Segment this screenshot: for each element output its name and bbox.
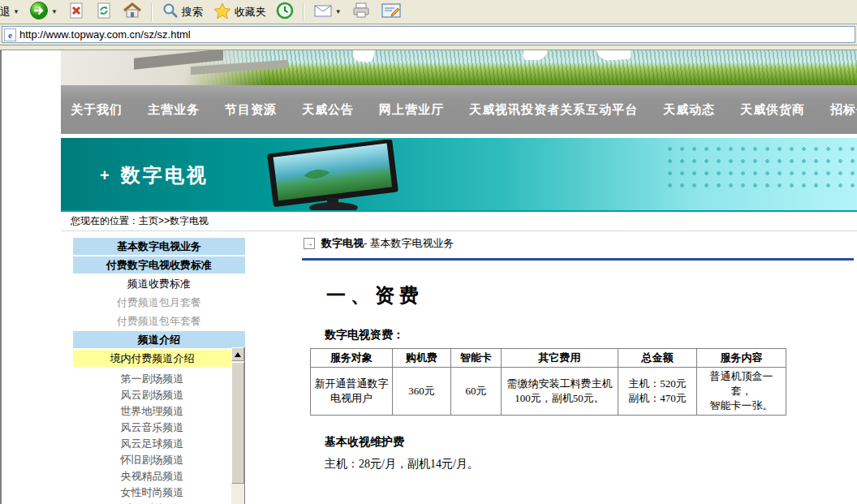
section-divider [302, 258, 854, 261]
toolbar-separator [151, 3, 153, 21]
cell-smart-card: 60元 [451, 368, 502, 416]
channel-item[interactable]: 央视精品频道 [73, 468, 231, 485]
star-icon [213, 2, 232, 22]
sidebar-item-channel-intro[interactable]: 频道介绍 [73, 331, 245, 348]
banner-dot-pattern [664, 143, 857, 192]
site-container: 关于我们 主营业务 节目资源 天威公告 网上营业厅 天威视讯投资者关系互动平台 … [61, 50, 857, 504]
search-button[interactable]: 搜索 [158, 2, 206, 23]
back-dropdown-caret[interactable]: ▼ [13, 8, 19, 15]
edit-button[interactable] [377, 2, 405, 23]
nav-item-suppliers[interactable]: 天威供货商 [740, 102, 805, 118]
sidebar-item-channel-rates[interactable]: 频道收费标准 [73, 275, 245, 292]
mail-dropdown-caret[interactable]: ▼ [335, 8, 342, 15]
heading-fees: 一、资费 [326, 282, 857, 308]
channel-item[interactable]: 风云音乐频道 [73, 420, 231, 436]
breadcrumb: 您现在的位置：主页>>数字电视 [61, 212, 857, 231]
channel-item[interactable]: 女性时尚频道 [73, 485, 231, 501]
nav-item-online-hall[interactable]: 网上营业厅 [379, 102, 444, 118]
sidebar-item-yearly-package[interactable]: 付费频道包年套餐 [73, 312, 245, 330]
nav-item-programs[interactable]: 节目资源 [225, 102, 277, 118]
logo-fragment [523, 50, 548, 60]
printer-icon [351, 2, 371, 22]
sidebar-item-domestic-paid-channels[interactable]: 境内付费频道介绍 [73, 350, 231, 367]
sidebar-item-paid-dtv-rates[interactable]: 付费数字电视收费标准 [73, 256, 245, 274]
fee-table-title: 数字电视资费： [325, 328, 857, 342]
favorites-button[interactable]: 收藏夹 [209, 2, 269, 23]
back-button[interactable]: 退 ▼ [0, 2, 23, 23]
col-service-target: 服务对象 [311, 349, 393, 368]
banner-plus: + [100, 166, 110, 185]
up-arrow-icon [235, 352, 241, 357]
channel-item[interactable]: 世界地理频道 [73, 403, 231, 420]
channel-item[interactable]: 风云剧场频道 [73, 387, 231, 403]
col-smart-card: 智能卡 [451, 349, 502, 368]
logo-fragment [596, 50, 631, 61]
channel-item[interactable]: 第一剧场频道 [73, 371, 231, 387]
col-total: 总金额 [618, 349, 697, 368]
maintenance-fee-title: 基本收视维护费 [325, 435, 857, 450]
col-device-fee: 购机费 [393, 349, 451, 368]
nav-item-tenders[interactable]: 招标信息 [830, 102, 857, 118]
stop-button[interactable] [64, 2, 88, 23]
scroll-up-button[interactable] [231, 347, 244, 361]
arrow-box-icon: → [304, 238, 315, 249]
home-icon [123, 2, 142, 22]
nav-item-business[interactable]: 主营业务 [148, 102, 200, 118]
main-content: → 数字电视- 基本数字电视业务 一、资费 数字电视资费： 服务对象 购机费 智… [302, 232, 857, 504]
scrollbar-thumb[interactable] [231, 362, 244, 484]
refresh-icon [95, 2, 113, 22]
address-bar: e [0, 24, 857, 45]
digital-tv-banner: + 数字电视 [61, 138, 857, 210]
forward-dropdown-caret[interactable]: ▼ [51, 8, 58, 15]
address-field[interactable]: e [2, 26, 855, 43]
cell-other-fees: 需缴纳安装工料费主机100元，副机50元。 [502, 368, 618, 416]
fee-table-header-row: 服务对象 购机费 智能卡 其它费用 总金额 服务内容 [311, 349, 786, 368]
sidebar-item-basic-dtv[interactable]: 基本数字电视业务 [73, 238, 245, 255]
nav-item-about[interactable]: 关于我们 [71, 102, 123, 118]
header-photo [61, 50, 857, 85]
back-button-label: 退 [0, 5, 11, 19]
nav-item-investor-platform[interactable]: 天威视讯投资者关系互动平台 [469, 102, 638, 118]
channel-item[interactable]: 怀旧剧场频道 [73, 452, 231, 468]
search-label: 搜索 [182, 5, 203, 19]
col-other-fees: 其它费用 [502, 349, 618, 368]
fee-table: 服务对象 购机费 智能卡 其它费用 总金额 服务内容 新开通普通数字电视用户 3… [310, 348, 786, 416]
mail-button[interactable]: ▼ [310, 2, 345, 23]
edit-icon [381, 2, 402, 21]
forward-icon [29, 1, 49, 23]
search-icon [161, 2, 179, 22]
nav-item-news[interactable]: 天威动态 [663, 102, 715, 118]
sidebar-item-monthly-package[interactable]: 付费频道包月套餐 [73, 294, 245, 311]
channel-list: 第一剧场频道 风云剧场频道 世界地理频道 风云音乐频道 风云足球频道 怀旧剧场频… [73, 367, 231, 504]
tv-image [256, 140, 410, 210]
cell-total: 主机：520元 副机：470元 [618, 368, 697, 416]
col-service-content: 服务内容 [697, 349, 786, 368]
stop-icon [67, 2, 85, 22]
banner-text: + 数字电视 [100, 162, 209, 188]
section-title-sub: - 基本数字电视业务 [364, 237, 454, 249]
forward-button[interactable]: ▼ [26, 2, 61, 23]
fee-table-row: 新开通普通数字电视用户 360元 60元 需缴纳安装工料费主机100元，副机50… [311, 368, 786, 416]
section-header: → 数字电视- 基本数字电视业务 [304, 236, 857, 251]
cell-device-fee: 360元 [393, 368, 451, 416]
history-button[interactable] [273, 2, 297, 23]
page-viewport: 关于我们 主营业务 节目资源 天威公告 网上营业厅 天威视讯投资者关系互动平台 … [0, 50, 857, 504]
sidebar-scrollbar[interactable] [231, 347, 245, 504]
main-nav: 关于我们 主营业务 节目资源 天威公告 网上营业厅 天威视讯投资者关系互动平台 … [61, 85, 857, 134]
browser-toolbar: 退 ▼ ▼ 搜索 [0, 0, 857, 24]
toolbar-separator [303, 3, 304, 21]
channel-item[interactable]: 风云足球频道 [73, 436, 231, 452]
ie-page-icon: e [4, 28, 16, 41]
refresh-button[interactable] [92, 2, 116, 23]
logo-fragment [352, 50, 376, 63]
address-input[interactable] [19, 28, 855, 41]
section-title-main: 数字电视 [321, 237, 364, 249]
nav-item-announcements[interactable]: 天威公告 [302, 102, 354, 118]
maintenance-fee-text: 主机：28元/月，副机14元/月。 [325, 457, 857, 472]
channel-item[interactable]: 老故事频道 [73, 501, 231, 504]
favorites-label: 收藏夹 [235, 5, 266, 19]
mail-icon [313, 2, 333, 21]
cell-service-target: 新开通普通数字电视用户 [311, 368, 393, 416]
home-button[interactable] [119, 2, 145, 23]
print-button[interactable] [348, 2, 374, 23]
